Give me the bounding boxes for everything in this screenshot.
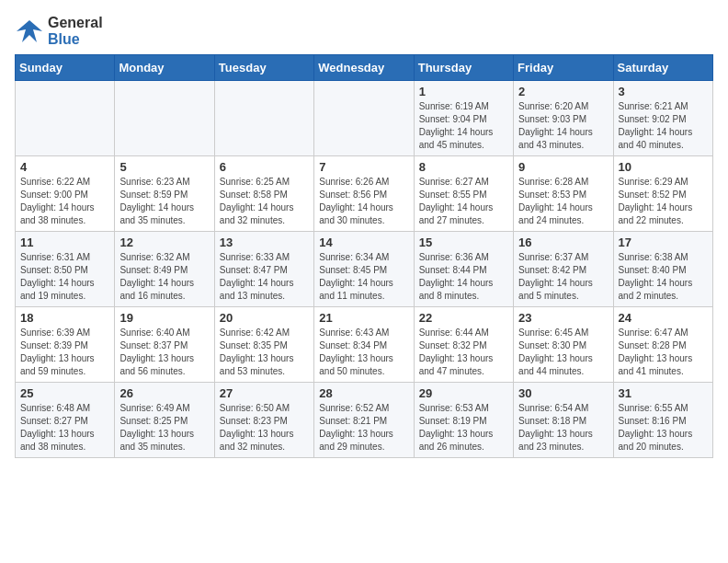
calendar-cell: 1Sunrise: 6:19 AM Sunset: 9:04 PM Daylig…	[414, 81, 513, 156]
day-number: 5	[119, 160, 209, 174]
calendar-cell: 19Sunrise: 6:40 AM Sunset: 8:37 PM Dayli…	[115, 307, 214, 383]
day-number: 16	[518, 236, 608, 249]
calendar-week-row: 18Sunrise: 6:39 AM Sunset: 8:39 PM Dayli…	[16, 307, 713, 383]
day-info: Sunrise: 6:21 AM Sunset: 9:02 PM Dayligh…	[619, 100, 708, 152]
day-number: 29	[419, 386, 508, 400]
calendar-cell: 17Sunrise: 6:38 AM Sunset: 8:40 PM Dayli…	[613, 232, 712, 307]
col-header-friday: Friday	[514, 55, 613, 81]
calendar-cell: 7Sunrise: 6:26 AM Sunset: 8:56 PM Daylig…	[314, 156, 414, 232]
day-info: Sunrise: 6:25 AM Sunset: 8:58 PM Dayligh…	[220, 176, 309, 227]
day-info: Sunrise: 6:49 AM Sunset: 8:25 PM Dayligh…	[119, 402, 209, 454]
calendar-cell: 23Sunrise: 6:45 AM Sunset: 8:30 PM Dayli…	[514, 307, 613, 383]
col-header-saturday: Saturday	[613, 55, 712, 81]
day-info: Sunrise: 6:43 AM Sunset: 8:34 PM Dayligh…	[319, 327, 408, 378]
col-header-tuesday: Tuesday	[214, 55, 313, 81]
day-info: Sunrise: 6:29 AM Sunset: 8:52 PM Dayligh…	[619, 176, 708, 227]
day-info: Sunrise: 6:26 AM Sunset: 8:56 PM Dayligh…	[319, 176, 408, 227]
calendar-cell: 3Sunrise: 6:21 AM Sunset: 9:02 PM Daylig…	[613, 81, 712, 156]
day-number: 8	[419, 160, 508, 174]
day-info: Sunrise: 6:23 AM Sunset: 8:59 PM Dayligh…	[119, 176, 209, 227]
day-info: Sunrise: 6:33 AM Sunset: 8:47 PM Dayligh…	[220, 251, 309, 303]
calendar-cell: 5Sunrise: 6:23 AM Sunset: 8:59 PM Daylig…	[115, 156, 214, 232]
day-number: 20	[220, 311, 309, 325]
day-info: Sunrise: 6:36 AM Sunset: 8:44 PM Dayligh…	[419, 251, 508, 303]
day-info: Sunrise: 6:22 AM Sunset: 9:00 PM Dayligh…	[20, 176, 109, 227]
day-info: Sunrise: 6:45 AM Sunset: 8:30 PM Dayligh…	[518, 327, 608, 378]
day-number: 3	[619, 85, 708, 98]
calendar-cell: 20Sunrise: 6:42 AM Sunset: 8:35 PM Dayli…	[214, 307, 313, 383]
calendar-cell	[214, 81, 313, 156]
day-info: Sunrise: 6:19 AM Sunset: 9:04 PM Dayligh…	[419, 100, 508, 152]
calendar-cell: 21Sunrise: 6:43 AM Sunset: 8:34 PM Dayli…	[314, 307, 414, 383]
day-number: 15	[419, 236, 508, 249]
logo-general-text: General	[48, 15, 103, 31]
day-info: Sunrise: 6:34 AM Sunset: 8:45 PM Dayligh…	[319, 251, 408, 303]
logo-blue-text: Blue	[48, 31, 103, 48]
day-info: Sunrise: 6:40 AM Sunset: 8:37 PM Dayligh…	[119, 327, 209, 378]
calendar-cell: 13Sunrise: 6:33 AM Sunset: 8:47 PM Dayli…	[214, 232, 313, 307]
day-number: 24	[619, 311, 708, 325]
day-info: Sunrise: 6:31 AM Sunset: 8:50 PM Dayligh…	[20, 251, 109, 303]
calendar-cell: 18Sunrise: 6:39 AM Sunset: 8:39 PM Dayli…	[16, 307, 115, 383]
calendar-cell: 22Sunrise: 6:44 AM Sunset: 8:32 PM Dayli…	[414, 307, 513, 383]
day-number: 28	[319, 386, 408, 400]
calendar-week-row: 25Sunrise: 6:48 AM Sunset: 8:27 PM Dayli…	[16, 383, 713, 458]
col-header-sunday: Sunday	[16, 55, 115, 81]
logo: General Blue	[15, 15, 103, 47]
calendar-cell: 27Sunrise: 6:50 AM Sunset: 8:23 PM Dayli…	[214, 383, 313, 458]
day-info: Sunrise: 6:27 AM Sunset: 8:55 PM Dayligh…	[419, 176, 508, 227]
day-info: Sunrise: 6:55 AM Sunset: 8:16 PM Dayligh…	[619, 402, 708, 454]
calendar-cell: 11Sunrise: 6:31 AM Sunset: 8:50 PM Dayli…	[16, 232, 115, 307]
calendar-cell: 10Sunrise: 6:29 AM Sunset: 8:52 PM Dayli…	[613, 156, 712, 232]
day-number: 2	[518, 85, 608, 98]
day-number: 25	[20, 386, 109, 400]
calendar-cell: 8Sunrise: 6:27 AM Sunset: 8:55 PM Daylig…	[414, 156, 513, 232]
day-info: Sunrise: 6:20 AM Sunset: 9:03 PM Dayligh…	[518, 100, 608, 152]
day-info: Sunrise: 6:37 AM Sunset: 8:42 PM Dayligh…	[518, 251, 608, 303]
day-info: Sunrise: 6:39 AM Sunset: 8:39 PM Dayligh…	[20, 327, 109, 378]
calendar-cell: 15Sunrise: 6:36 AM Sunset: 8:44 PM Dayli…	[414, 232, 513, 307]
day-number: 21	[319, 311, 408, 325]
day-info: Sunrise: 6:48 AM Sunset: 8:27 PM Dayligh…	[20, 402, 109, 454]
day-info: Sunrise: 6:42 AM Sunset: 8:35 PM Dayligh…	[220, 327, 309, 378]
day-number: 11	[20, 236, 109, 249]
day-number: 23	[518, 311, 608, 325]
day-number: 12	[119, 236, 209, 249]
calendar-week-row: 4Sunrise: 6:22 AM Sunset: 9:00 PM Daylig…	[16, 156, 713, 232]
calendar-cell: 2Sunrise: 6:20 AM Sunset: 9:03 PM Daylig…	[514, 81, 613, 156]
day-info: Sunrise: 6:28 AM Sunset: 8:53 PM Dayligh…	[518, 176, 608, 227]
svg-marker-0	[17, 20, 42, 42]
day-number: 30	[518, 386, 608, 400]
calendar-cell: 29Sunrise: 6:53 AM Sunset: 8:19 PM Dayli…	[414, 383, 513, 458]
calendar-week-row: 1Sunrise: 6:19 AM Sunset: 9:04 PM Daylig…	[16, 81, 713, 156]
day-info: Sunrise: 6:53 AM Sunset: 8:19 PM Dayligh…	[419, 402, 508, 454]
calendar-cell: 28Sunrise: 6:52 AM Sunset: 8:21 PM Dayli…	[314, 383, 414, 458]
calendar-cell: 16Sunrise: 6:37 AM Sunset: 8:42 PM Dayli…	[514, 232, 613, 307]
day-number: 26	[119, 386, 209, 400]
calendar-cell: 6Sunrise: 6:25 AM Sunset: 8:58 PM Daylig…	[214, 156, 313, 232]
calendar-cell: 26Sunrise: 6:49 AM Sunset: 8:25 PM Dayli…	[115, 383, 214, 458]
calendar-cell	[115, 81, 214, 156]
day-number: 27	[220, 386, 309, 400]
calendar-cell	[16, 81, 115, 156]
calendar-week-row: 11Sunrise: 6:31 AM Sunset: 8:50 PM Dayli…	[16, 232, 713, 307]
day-number: 31	[619, 386, 708, 400]
calendar-cell: 9Sunrise: 6:28 AM Sunset: 8:53 PM Daylig…	[514, 156, 613, 232]
day-number: 1	[419, 85, 508, 98]
day-info: Sunrise: 6:38 AM Sunset: 8:40 PM Dayligh…	[619, 251, 708, 303]
day-number: 10	[619, 160, 708, 174]
calendar-cell: 14Sunrise: 6:34 AM Sunset: 8:45 PM Dayli…	[314, 232, 414, 307]
day-info: Sunrise: 6:50 AM Sunset: 8:23 PM Dayligh…	[220, 402, 309, 454]
day-number: 19	[119, 311, 209, 325]
day-number: 7	[319, 160, 408, 174]
col-header-monday: Monday	[115, 55, 214, 81]
day-info: Sunrise: 6:32 AM Sunset: 8:49 PM Dayligh…	[119, 251, 209, 303]
logo-bird-icon	[15, 17, 44, 46]
calendar-cell: 24Sunrise: 6:47 AM Sunset: 8:28 PM Dayli…	[613, 307, 712, 383]
calendar-cell: 30Sunrise: 6:54 AM Sunset: 8:18 PM Dayli…	[514, 383, 613, 458]
calendar-cell: 12Sunrise: 6:32 AM Sunset: 8:49 PM Dayli…	[115, 232, 214, 307]
day-number: 4	[20, 160, 109, 174]
calendar-cell: 31Sunrise: 6:55 AM Sunset: 8:16 PM Dayli…	[613, 383, 712, 458]
day-info: Sunrise: 6:44 AM Sunset: 8:32 PM Dayligh…	[419, 327, 508, 378]
col-header-thursday: Thursday	[414, 55, 513, 81]
